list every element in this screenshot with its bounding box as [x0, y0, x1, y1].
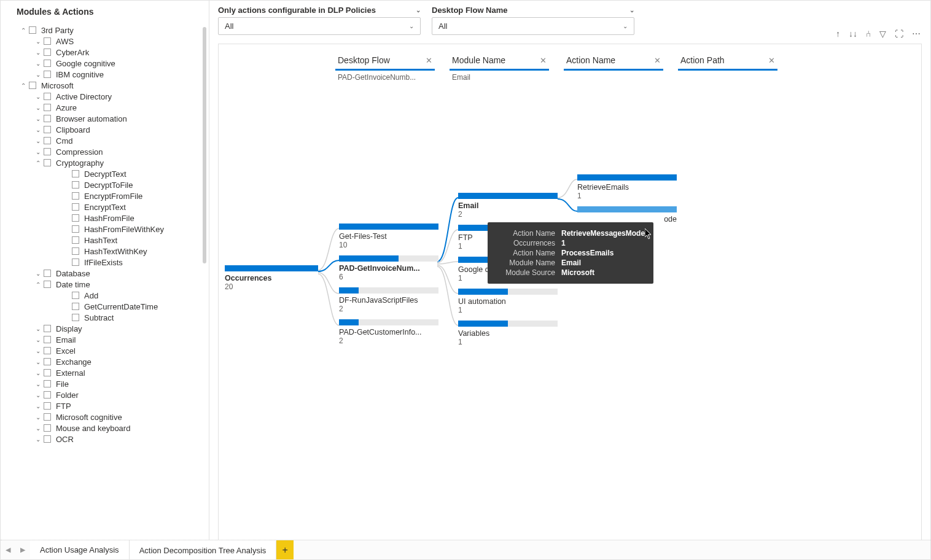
tree-item[interactable]: ⌄Azure — [6, 102, 204, 113]
checkbox[interactable] — [44, 60, 51, 67]
checkbox[interactable] — [44, 358, 51, 365]
tree-item[interactable]: ⌄OCR — [6, 434, 204, 445]
tree-item[interactable]: ⌄Folder — [6, 389, 204, 400]
checkbox[interactable] — [44, 281, 51, 288]
tree-node[interactable]: PAD-GetCustomerInfo...2 — [339, 319, 438, 345]
chevron-up-icon[interactable]: ⌃ — [33, 281, 44, 288]
decomposition-canvas[interactable]: Desktop Flow ✕ PAD-GetInvoiceNumb... Mod… — [218, 44, 922, 541]
chevron-down-icon[interactable]: ⌄ — [33, 381, 44, 387]
tree-item[interactable]: ⌄Microsoft cognitive — [6, 411, 204, 422]
tree-node[interactable]: Occurrences20 — [225, 265, 318, 291]
tree-node[interactable]: UI automation1 — [458, 289, 558, 314]
checkbox[interactable] — [44, 369, 51, 376]
chevron-down-icon[interactable]: ⌄ — [33, 270, 44, 277]
chevron-down-icon[interactable]: ⌄ — [33, 359, 44, 365]
tree-item[interactable]: ⌄External — [6, 367, 204, 378]
modules-tree[interactable]: ⌃3rd Party⌄AWS⌄CyberArk⌄Google cognitive… — [1, 22, 209, 541]
focus-icon[interactable]: ⛶ — [895, 29, 903, 39]
chevron-down-icon[interactable]: ⌄ — [33, 348, 44, 354]
chevron-down-icon[interactable]: ⌄ — [33, 325, 44, 332]
checkbox[interactable] — [72, 214, 79, 222]
checkbox[interactable] — [72, 181, 79, 189]
chevron-down-icon[interactable]: ⌄ — [33, 60, 44, 67]
tab-prev[interactable]: ◀ — [1, 540, 15, 559]
drill-up-icon[interactable]: ↑ — [836, 29, 840, 39]
checkbox[interactable] — [29, 82, 36, 89]
tree-item[interactable]: HashFromFile — [6, 212, 204, 224]
checkbox[interactable] — [29, 26, 36, 34]
tree-node[interactable]: Variables1 — [458, 321, 558, 346]
tree-item[interactable]: ⌃3rd Party — [6, 25, 204, 36]
tree-item[interactable]: ⌄Database — [6, 268, 204, 279]
checkbox[interactable] — [44, 104, 51, 111]
checkbox[interactable] — [72, 292, 79, 299]
tree-item[interactable]: ⌄Browser automation — [6, 113, 204, 124]
tree-item[interactable]: ⌄Clipboard — [6, 124, 204, 135]
chevron-down-icon[interactable]: ⌄ — [33, 403, 44, 410]
tree-item[interactable]: ⌄Compression — [6, 146, 204, 157]
chevron-down-icon[interactable]: ⌄ — [33, 370, 44, 376]
checkbox[interactable] — [44, 347, 51, 354]
checkbox[interactable] — [44, 37, 51, 45]
tree-item[interactable]: ⌄Active Directory — [6, 91, 204, 102]
tree-item[interactable]: ⌄File — [6, 378, 204, 389]
tree-item[interactable]: Add — [6, 290, 204, 301]
checkbox[interactable] — [72, 192, 79, 200]
chevron-down-icon[interactable]: ⌄ — [33, 414, 44, 421]
tree-item[interactable]: IfFileExists — [6, 257, 204, 268]
tree-item[interactable]: ⌄IBM cognitive — [6, 69, 204, 80]
tree-item[interactable]: ⌄Google cognitive — [6, 58, 204, 69]
checkbox[interactable] — [44, 413, 51, 421]
tab-action-decomposition[interactable]: Action Decomposition Tree Analysis — [130, 540, 277, 559]
scrollbar-thumb[interactable] — [203, 27, 206, 263]
checkbox[interactable] — [44, 336, 51, 343]
checkbox[interactable] — [44, 380, 51, 387]
tree-item[interactable]: EncryptFromFile — [6, 190, 204, 201]
chevron-down-icon[interactable]: ⌄ — [33, 71, 44, 78]
tree-item[interactable]: ⌄Exchange — [6, 356, 204, 367]
chevron-down-icon[interactable]: ⌄ — [629, 7, 634, 14]
checkbox[interactable] — [44, 49, 51, 56]
chevron-down-icon[interactable]: ⌄ — [33, 138, 44, 144]
chevron-down-icon[interactable]: ⌄ — [33, 126, 44, 133]
chevron-down-icon[interactable]: ⌄ — [33, 392, 44, 399]
chevron-up-icon[interactable]: ⌃ — [18, 82, 29, 89]
tree-item[interactable]: ⌄Cmd — [6, 135, 204, 146]
checkbox[interactable] — [72, 170, 79, 177]
filter-icon[interactable]: ▽ — [879, 29, 886, 39]
tree-item[interactable]: ⌃Date time — [6, 279, 204, 290]
chevron-down-icon[interactable]: ⌄ — [33, 38, 44, 45]
chevron-down-icon[interactable]: ⌄ — [33, 149, 44, 155]
tree-item[interactable]: ⌄Excel — [6, 345, 204, 356]
checkbox[interactable] — [72, 314, 79, 321]
expand-icon[interactable]: ⑃ — [866, 29, 871, 39]
chevron-down-icon[interactable]: ⌄ — [33, 104, 44, 111]
tree-item[interactable]: DecryptToFile — [6, 179, 204, 190]
checkbox[interactable] — [44, 148, 51, 155]
chevron-down-icon[interactable]: ⌄ — [416, 7, 421, 14]
tab-next[interactable]: ▶ — [15, 540, 30, 559]
checkbox[interactable] — [44, 93, 51, 100]
tab-add-button[interactable]: + — [276, 540, 294, 559]
tree-item[interactable]: DecryptText — [6, 168, 204, 179]
chevron-down-icon[interactable]: ⌄ — [33, 49, 44, 56]
chevron-up-icon[interactable]: ⌃ — [18, 27, 29, 34]
chevron-down-icon[interactable]: ⌄ — [33, 336, 44, 343]
checkbox[interactable] — [44, 71, 51, 78]
tree-node[interactable]: Get-Files-Test10 — [339, 224, 438, 249]
checkbox[interactable] — [44, 325, 51, 332]
checkbox[interactable] — [72, 247, 79, 255]
checkbox[interactable] — [44, 270, 51, 277]
checkbox[interactable] — [44, 126, 51, 133]
more-icon[interactable]: ⋯ — [912, 29, 921, 39]
tree-item[interactable]: ⌄AWS — [6, 36, 204, 47]
tree-item[interactable]: ⌄Mouse and keyboard — [6, 422, 204, 434]
checkbox[interactable] — [72, 203, 79, 211]
tree-item[interactable]: ⌄FTP — [6, 400, 204, 411]
tree-item[interactable]: ⌃Microsoft — [6, 80, 204, 91]
tree-item[interactable]: EncryptText — [6, 201, 204, 212]
checkbox[interactable] — [72, 259, 79, 266]
tree-node[interactable]: PAD-GetInvoiceNum...6 — [339, 255, 438, 281]
tree-item[interactable]: ⌃Cryptography — [6, 157, 204, 168]
filter-flow-select[interactable]: All ⌄ — [432, 17, 634, 35]
